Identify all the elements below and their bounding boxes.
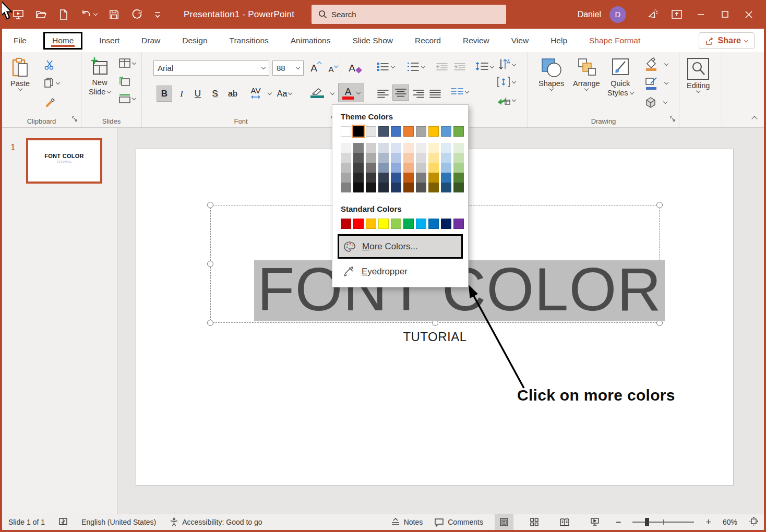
drawing-dialog-launcher[interactable] bbox=[670, 115, 676, 124]
color-swatch[interactable] bbox=[391, 219, 401, 229]
slide-layout-button[interactable] bbox=[119, 58, 136, 68]
align-left-button[interactable] bbox=[376, 86, 390, 102]
line-spacing-button[interactable] bbox=[475, 62, 494, 72]
color-swatch[interactable] bbox=[441, 126, 451, 137]
align-text-button[interactable] bbox=[497, 76, 516, 88]
color-swatch[interactable] bbox=[341, 173, 351, 183]
color-swatch[interactable] bbox=[353, 143, 364, 153]
resize-handle-bottom-left[interactable] bbox=[207, 320, 213, 326]
bullets-button[interactable] bbox=[377, 62, 394, 72]
color-swatch[interactable] bbox=[416, 183, 426, 192]
shape-outline-button[interactable] bbox=[644, 76, 668, 90]
tab-file[interactable]: File bbox=[13, 34, 28, 47]
normal-view-button[interactable] bbox=[495, 514, 513, 530]
editing-button[interactable]: Editing bbox=[687, 57, 710, 92]
italic-button[interactable]: I bbox=[175, 86, 188, 102]
language-indicator[interactable]: English (United States) bbox=[81, 518, 156, 526]
color-swatch[interactable] bbox=[391, 183, 401, 192]
color-swatch[interactable] bbox=[441, 183, 451, 192]
slideshow-view-button[interactable] bbox=[585, 514, 604, 530]
color-swatch[interactable] bbox=[403, 173, 414, 183]
color-swatch[interactable] bbox=[428, 173, 439, 183]
tab-view[interactable]: View bbox=[510, 34, 530, 47]
color-swatch[interactable] bbox=[378, 126, 389, 137]
user-name[interactable]: Daniel bbox=[578, 10, 601, 19]
color-swatch[interactable] bbox=[403, 219, 414, 229]
cut-button[interactable] bbox=[44, 59, 55, 71]
bold-button[interactable]: B bbox=[157, 86, 172, 102]
color-swatch[interactable] bbox=[353, 219, 364, 229]
change-case-button[interactable]: Aa bbox=[276, 86, 293, 102]
color-swatch[interactable] bbox=[441, 153, 451, 163]
shrink-font-button[interactable]: A bbox=[326, 61, 340, 77]
color-swatch[interactable] bbox=[341, 183, 351, 192]
collapse-ribbon-button[interactable] bbox=[752, 114, 757, 123]
color-swatch[interactable] bbox=[353, 126, 364, 137]
format-painter-button[interactable] bbox=[44, 96, 56, 108]
clipboard-dialog-launcher[interactable] bbox=[72, 115, 78, 124]
color-swatch[interactable] bbox=[441, 163, 451, 173]
close-button[interactable] bbox=[737, 0, 761, 29]
reading-view-button[interactable] bbox=[555, 514, 574, 530]
maximize-button[interactable] bbox=[713, 0, 737, 29]
quick-styles-button[interactable]: Quick Styles bbox=[607, 57, 633, 97]
minimize-button[interactable] bbox=[689, 0, 713, 29]
copy-button[interactable] bbox=[44, 77, 59, 89]
font-name-combo[interactable]: Arial bbox=[153, 61, 269, 76]
color-swatch[interactable] bbox=[403, 126, 414, 137]
color-swatch[interactable] bbox=[453, 126, 464, 137]
color-swatch[interactable] bbox=[416, 126, 426, 137]
accessibility-status[interactable]: Accessibility: Good to go bbox=[170, 517, 262, 527]
color-swatch[interactable] bbox=[378, 153, 389, 163]
color-swatch[interactable] bbox=[453, 173, 464, 183]
color-swatch[interactable] bbox=[453, 163, 464, 173]
resize-handle-top-left[interactable] bbox=[207, 202, 213, 208]
color-swatch[interactable] bbox=[416, 143, 426, 153]
color-swatch[interactable] bbox=[453, 143, 464, 153]
zoom-level[interactable]: 60% bbox=[723, 518, 737, 526]
open-icon[interactable] bbox=[35, 9, 47, 20]
zoom-slider[interactable] bbox=[632, 522, 694, 523]
color-swatch[interactable] bbox=[378, 173, 389, 183]
tab-help[interactable]: Help bbox=[549, 34, 568, 47]
zoom-in-button[interactable]: + bbox=[705, 517, 711, 528]
avatar[interactable]: D bbox=[609, 6, 626, 23]
color-swatch[interactable] bbox=[391, 143, 401, 153]
slide-thumbnail[interactable]: FONT COLOR TUTORIAL bbox=[26, 138, 102, 184]
tab-home[interactable]: Home bbox=[43, 32, 82, 50]
convert-smartart-button[interactable] bbox=[497, 95, 516, 105]
color-swatch[interactable] bbox=[341, 163, 351, 173]
color-swatch[interactable] bbox=[403, 153, 414, 163]
text-direction-button[interactable]: A bbox=[497, 58, 516, 71]
paste-button[interactable]: Paste bbox=[10, 57, 30, 90]
color-swatch[interactable] bbox=[428, 153, 439, 163]
color-swatch[interactable] bbox=[416, 163, 426, 173]
tab-design[interactable]: Design bbox=[181, 34, 208, 47]
color-swatch[interactable] bbox=[366, 173, 376, 183]
section-button[interactable] bbox=[119, 94, 136, 103]
color-swatch[interactable] bbox=[353, 183, 364, 192]
new-slide-button[interactable]: New Slide bbox=[89, 56, 111, 96]
slide-indicator[interactable]: Slide 1 of 1 bbox=[8, 518, 45, 526]
numbering-button[interactable] bbox=[407, 62, 425, 72]
arrange-button[interactable]: Arrange bbox=[573, 57, 600, 90]
color-swatch[interactable] bbox=[341, 153, 351, 163]
comments-button[interactable]: Comments bbox=[434, 518, 483, 527]
tab-draw[interactable]: Draw bbox=[140, 34, 161, 47]
subtitle-text[interactable]: TUTORIAL bbox=[210, 330, 660, 344]
tab-review[interactable]: Review bbox=[462, 34, 490, 47]
resize-handle-top-right[interactable] bbox=[656, 202, 663, 208]
shape-fill-button[interactable] bbox=[644, 57, 668, 71]
undo-icon[interactable] bbox=[80, 9, 97, 20]
zoom-out-button[interactable]: − bbox=[616, 517, 621, 528]
feedback-megaphone-icon[interactable] bbox=[641, 0, 665, 29]
color-swatch[interactable] bbox=[353, 163, 364, 173]
color-swatch[interactable] bbox=[378, 143, 389, 153]
color-swatch[interactable] bbox=[353, 173, 364, 183]
color-swatch[interactable] bbox=[428, 163, 439, 173]
color-swatch[interactable] bbox=[453, 153, 464, 163]
columns-button[interactable] bbox=[451, 88, 469, 96]
tab-transitions[interactable]: Transitions bbox=[229, 34, 270, 47]
notes-button[interactable]: Notes bbox=[391, 518, 423, 526]
color-swatch[interactable] bbox=[403, 143, 414, 153]
